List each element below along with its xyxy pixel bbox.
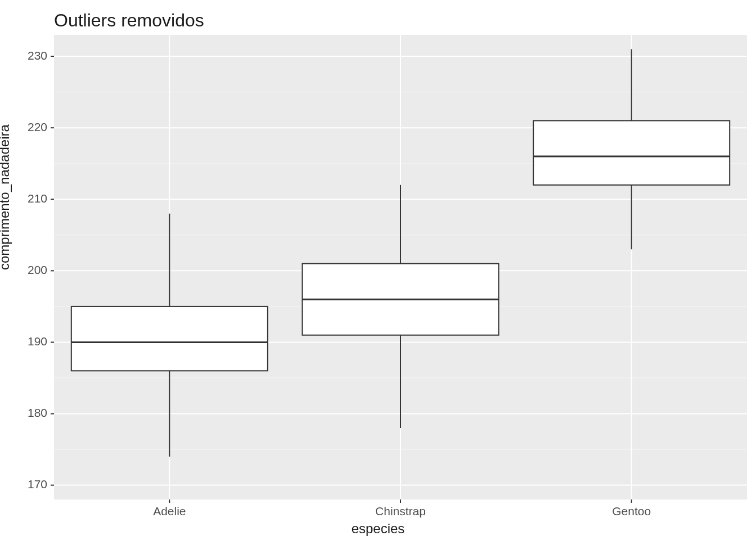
x-tick-label: Adelie (153, 505, 186, 518)
y-tick-label: 190 (28, 335, 47, 348)
x-axis-label: especies (0, 521, 756, 537)
y-tick-label: 180 (28, 406, 47, 419)
y-tick-label: 210 (28, 192, 47, 205)
y-axis-label: comprimento_nadadeira (0, 124, 12, 270)
x-tick-label: Gentoo (612, 505, 651, 518)
y-tick-label: 170 (28, 478, 47, 490)
y-tick-label: 200 (28, 263, 47, 276)
x-tick-label: Chinstrap (375, 505, 426, 518)
box (71, 307, 268, 371)
y-tick-label: 220 (28, 120, 47, 133)
box (533, 120, 730, 184)
y-tick-label: 230 (28, 49, 47, 62)
chart-svg: 170180190200210220230AdelieChinstrapGent… (0, 0, 756, 540)
boxplot-chart: Outliers removidos comprimento_nadadeira… (0, 0, 756, 540)
chart-title: Outliers removidos (54, 10, 204, 31)
